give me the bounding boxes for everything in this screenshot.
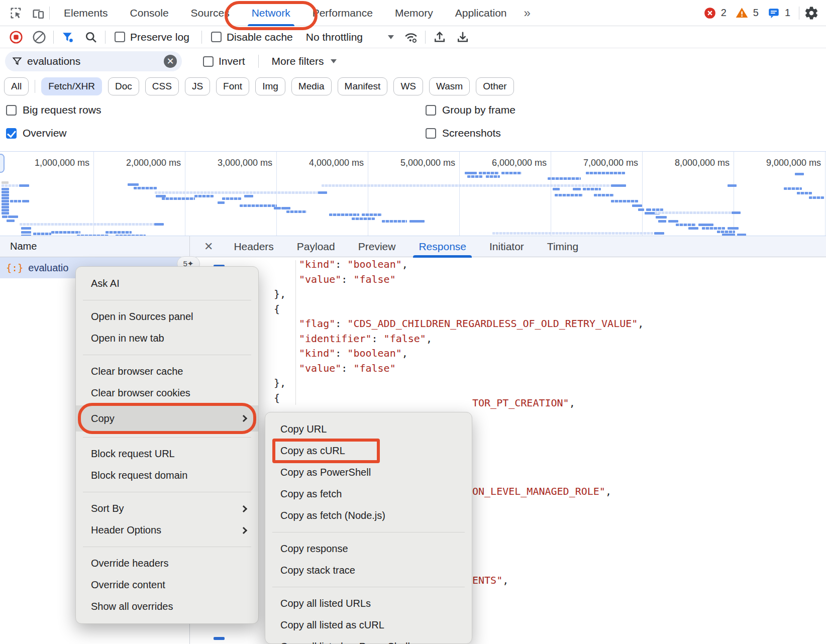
preserve-log-checkbox[interactable]: Preserve log [115,31,189,43]
more-filters-dropdown[interactable]: More filters [272,55,337,67]
checkbox-checked[interactable] [6,128,17,139]
menu-item-copy-as-powershell[interactable]: Copy as PowerShell [265,462,472,483]
menu-item-override-headers[interactable]: Override headers [76,553,258,574]
menu-item-block-request-domain[interactable]: Block request domain [76,465,258,486]
filter-chip-css[interactable]: CSS [145,77,179,95]
settings-gear-icon[interactable] [804,6,819,21]
filter-icon[interactable] [59,28,77,46]
details-tab-preview[interactable]: Preview [347,236,407,257]
code-token: : [335,317,347,330]
throttling-dropdown[interactable]: No throttling [306,31,394,43]
waterfall-bar [21,231,31,234]
more-panels-icon[interactable]: » [518,6,535,20]
filter-chip-all[interactable]: All [4,77,29,95]
details-tab-timing[interactable]: Timing [536,236,590,257]
menu-item-copy-all-listed-as-powershell[interactable]: Copy all listed as PowerShell [265,636,472,644]
code-line: }, [274,287,644,302]
details-tab-initiator[interactable]: Initiator [478,236,536,257]
waterfall-bar [22,200,29,202]
menu-item-copy-as-fetch[interactable]: Copy as fetch [265,483,472,505]
checkbox[interactable] [6,105,17,116]
details-tab-headers[interactable]: Headers [222,236,285,257]
tab-memory[interactable]: Memory [384,0,444,26]
fold-marker[interactable] [214,637,225,640]
menu-item-open-in-sources-panel[interactable]: Open in Sources panel [76,306,258,328]
waterfall-bar [2,203,9,205]
filter-chip-doc[interactable]: Doc [108,77,139,95]
group-by-frame-label: Group by frame [442,104,515,116]
menu-item-sort-by[interactable]: Sort By [76,498,258,519]
tab-elements[interactable]: Elements [53,0,119,26]
invert-checkbox[interactable]: Invert [203,55,245,67]
checkbox[interactable] [211,32,222,42]
group-by-frame-checkbox[interactable]: Group by frame [426,104,515,116]
clear-network-log-icon[interactable] [30,28,48,46]
menu-item-block-request-url[interactable]: Block request URL [76,443,258,465]
inspect-element-icon[interactable] [5,2,27,24]
menu-item-copy-as-curl[interactable]: Copy as cURL [265,440,472,462]
filter-chip-other[interactable]: Other [476,77,514,95]
tab-performance[interactable]: Performance [301,0,384,26]
details-tab-payload[interactable]: Payload [285,236,347,257]
network-conditions-icon[interactable] [402,28,420,46]
menu-item-copy-response[interactable]: Copy response [265,538,472,560]
filter-chip-font[interactable]: Font [216,77,249,95]
divider [425,31,426,44]
menu-separator [272,587,465,587]
filter-chip-wasm[interactable]: Wasm [429,77,470,95]
overview-checkbox[interactable]: Overview [6,127,393,139]
checkbox[interactable] [115,32,125,42]
menu-item-copy-url[interactable]: Copy URL [265,418,472,440]
menu-item-clear-browser-cookies[interactable]: Clear browser cookies [76,382,258,404]
menu-item-label: Copy as fetch (Node.js) [280,510,462,521]
network-overview-timeline[interactable]: 1,000,000 ms2,000,000 ms3,000,000 ms4,00… [0,151,826,236]
messages-icon[interactable] [767,7,780,20]
menu-item-copy[interactable]: Copy [76,405,258,432]
menu-item-open-in-new-tab[interactable]: Open in new tab [76,328,258,349]
close-details-icon[interactable]: ✕ [190,240,222,253]
menu-item-label: Clear browser cookies [91,387,248,399]
tab-console[interactable]: Console [119,0,180,26]
menu-item-copy-as-fetch-node-js[interactable]: Copy as fetch (Node.js) [265,505,472,526]
resource-type-filters: AllFetch/XHRDocCSSJSFontImgMediaManifest… [0,74,826,98]
filter-chip-img[interactable]: Img [255,77,285,95]
error-icon[interactable] [703,7,716,20]
tab-network[interactable]: Network [241,0,301,26]
menu-item-show-all-overrides[interactable]: Show all overrides [76,596,258,617]
filter-chip-ws[interactable]: WS [393,77,423,95]
menu-item-label: Sort By [91,503,241,514]
screenshots-checkbox[interactable]: Screenshots [426,127,501,139]
waterfall-bar [652,208,663,211]
record-network-log-icon[interactable] [7,28,25,46]
checkbox[interactable] [426,128,436,139]
details-tab-response[interactable]: Response [407,236,478,257]
checkbox[interactable] [426,105,436,116]
filter-input[interactable]: evaluations ✕ [5,51,182,71]
menu-item-copy-all-listed-urls[interactable]: Copy all listed URLs [265,593,472,614]
disable-cache-checkbox[interactable]: Disable cache [211,31,293,43]
filter-chip-manifest[interactable]: Manifest [338,77,388,95]
export-har-icon[interactable] [454,28,472,46]
checkbox[interactable] [203,56,214,67]
device-toolbar-icon[interactable] [27,2,49,24]
big-request-rows-checkbox[interactable]: Big request rows [6,104,393,116]
overview-tick-label: 1,000,000 ms [0,158,89,168]
tab-application[interactable]: Application [444,0,518,26]
filter-chip-media[interactable]: Media [291,77,332,95]
menu-item-ask-ai[interactable]: Ask AI [76,273,258,294]
filter-chip-js[interactable]: JS [185,77,210,95]
clear-filter-icon[interactable]: ✕ [164,55,177,68]
menu-item-clear-browser-cache[interactable]: Clear browser cache [76,361,258,382]
menu-item-label: Header Options [91,524,241,536]
code-token: , [605,485,611,497]
menu-item-header-options[interactable]: Header Options [76,519,258,541]
search-icon[interactable] [82,28,100,46]
menu-item-override-content[interactable]: Override content [76,574,258,596]
tab-sources[interactable]: Sources [180,0,241,26]
warning-icon[interactable] [735,6,749,20]
name-column-header[interactable]: Name [0,241,37,252]
menu-item-copy-all-listed-as-curl[interactable]: Copy all listed as cURL [265,614,472,636]
filter-chip-fetch-xhr[interactable]: Fetch/XHR [41,77,102,95]
import-har-icon[interactable] [431,28,449,46]
menu-item-copy-stack-trace[interactable]: Copy stack trace [265,560,472,581]
